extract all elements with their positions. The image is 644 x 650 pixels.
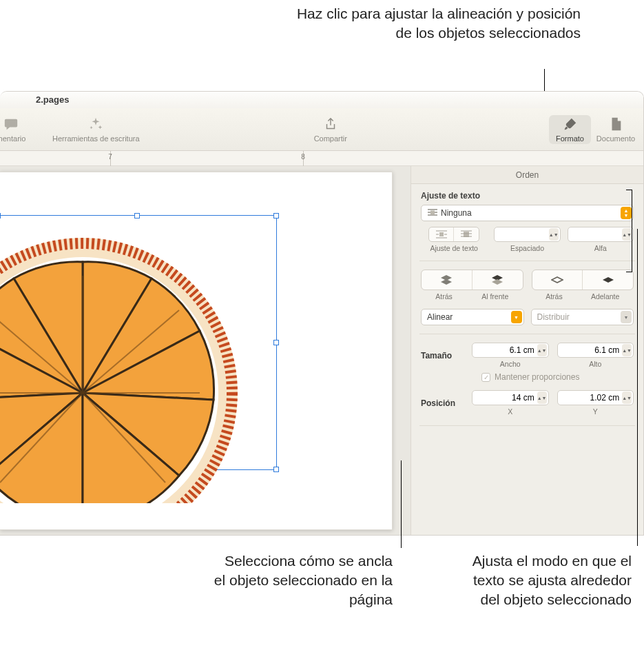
stepper-arrows-icon[interactable]: ▲▼ — [622, 228, 632, 241]
svg-rect-15 — [439, 232, 444, 236]
ruler-tick-8: 8 — [301, 153, 305, 161]
annotation-left-leader — [401, 460, 402, 548]
text-fit-caption: Ajuste de texto — [430, 244, 477, 252]
stepper-arrows-icon[interactable]: ▲▼ — [622, 392, 632, 404]
annotation-right-leader — [637, 229, 638, 546]
send-backward-button[interactable] — [532, 270, 583, 290]
spacing-input[interactable] — [499, 230, 548, 239]
width-input[interactable] — [477, 345, 537, 355]
height-input[interactable] — [562, 345, 623, 355]
toolbar-document-label: Documento — [596, 134, 635, 143]
width-caption: Ancho — [500, 360, 521, 368]
divider — [419, 261, 635, 261]
forward-caption: Adelante — [591, 292, 619, 301]
spacing-caption: Espaciado — [510, 244, 544, 252]
text-wrap-value: Ninguna — [439, 208, 621, 218]
height-stepper[interactable]: ▲▼ — [557, 343, 634, 358]
checkbox-icon: ✓ — [481, 373, 490, 382]
text-fit-segmented[interactable] — [428, 227, 479, 242]
chevron-down-icon: ▼ — [511, 311, 522, 323]
ruler-tick-7: 7 — [108, 153, 112, 161]
resize-handle-n[interactable] — [134, 213, 140, 219]
layer-forward-icon — [602, 274, 614, 285]
resize-handle-e[interactable] — [273, 340, 279, 345]
send-to-back-button[interactable] — [422, 270, 472, 290]
sparkle-icon — [88, 116, 103, 132]
toolbar-format-label: Formato — [556, 134, 584, 143]
x-caption: X — [508, 407, 512, 416]
stepper-arrows-icon: ▲▼ — [621, 207, 632, 219]
ruler[interactable]: 7 8 — [0, 151, 643, 166]
align-select[interactable]: Alinear ▼ — [421, 309, 524, 325]
y-stepper[interactable]: ▲▼ — [557, 390, 634, 405]
inspector-tabs: Orden — [411, 166, 643, 184]
annotation-bottom-right: Ajusta el modo en que el texto se ajusta… — [453, 551, 632, 609]
x-input[interactable] — [477, 393, 537, 403]
stepper-arrows-icon[interactable]: ▲▼ — [537, 392, 547, 404]
toolbar-share-label: Compartir — [314, 134, 347, 143]
height-caption: Alto — [589, 360, 601, 368]
inspector-panel: Orden Ajuste de texto Ninguna ▲▼ Ajuste … — [411, 166, 643, 535]
annotation-top-leader — [544, 69, 545, 91]
x-stepper[interactable]: ▲▼ — [472, 390, 549, 405]
orange-slice-image[interactable] — [0, 227, 248, 503]
bring-forward-button[interactable] — [583, 270, 633, 290]
resize-handle-se[interactable] — [273, 467, 279, 472]
backward-caption: Atrás — [546, 292, 563, 301]
section-label-text-wrap: Ajuste de texto — [421, 191, 634, 201]
position-label: Posición — [421, 398, 465, 408]
text-wrap-select[interactable]: Ninguna ▲▼ — [421, 205, 634, 221]
align-value: Alinear — [426, 312, 511, 322]
paintbrush-icon — [563, 116, 578, 132]
annotation-right-bracket — [632, 190, 632, 272]
y-input[interactable] — [562, 393, 623, 403]
alpha-input[interactable] — [572, 230, 622, 239]
constrain-proportions-checkbox[interactable]: ✓ Mantener proporciones — [481, 372, 634, 382]
stepper-arrows-icon[interactable]: ▲▼ — [622, 344, 632, 356]
back-caption: Atrás — [435, 292, 453, 301]
layer-backward-icon — [551, 274, 563, 285]
bring-to-front-button[interactable] — [472, 270, 523, 290]
resize-handle-nw[interactable] — [0, 213, 1, 219]
resize-handle-ne[interactable] — [273, 213, 279, 219]
spacing-stepper[interactable]: ▲▼ — [494, 227, 560, 242]
annotation-bottom-left: Selecciona cómo se ancla el objeto selec… — [214, 551, 393, 609]
text-fit-around-icon[interactable] — [429, 227, 454, 241]
alpha-caption: Alfa — [594, 244, 607, 252]
divider — [419, 425, 635, 426]
distribute-value: Distribuir — [536, 312, 621, 322]
front-caption: Al frente — [481, 292, 508, 301]
distribute-select[interactable]: Distribuir ▼ — [531, 309, 634, 325]
text-fit-over-icon[interactable] — [454, 227, 479, 241]
stepper-arrows-icon[interactable]: ▲▼ — [549, 228, 559, 241]
chevron-down-icon: ▼ — [621, 311, 632, 323]
comment-icon — [3, 116, 19, 132]
document-title: 2.pages — [36, 94, 69, 105]
app-window: 2.pages mentario Herramientas de escritu… — [0, 91, 644, 536]
stepper-arrows-icon[interactable]: ▲▼ — [537, 344, 547, 356]
document-canvas[interactable] — [0, 166, 411, 535]
y-caption: Y — [593, 407, 598, 416]
tab-orden[interactable]: Orden — [505, 167, 550, 183]
size-label: Tamaño — [421, 351, 465, 360]
layers-front-icon — [491, 274, 503, 285]
toolbar-share-button[interactable]: Compartir — [310, 116, 351, 143]
svg-rect-14 — [430, 211, 435, 215]
toolbar-format-button[interactable]: Formato — [549, 115, 591, 144]
toolbar-comment-button[interactable]: mentario — [0, 116, 32, 143]
toolbar-writing-tools-label: Herramientas de escritura — [52, 134, 140, 143]
text-wrap-none-icon — [426, 208, 439, 218]
toolbar-document-button[interactable]: Documento — [595, 116, 636, 143]
toolbar: mentario Herramientas de escritura Compa… — [0, 108, 643, 151]
annotation-top: Haz clic para ajustar la alineación y po… — [284, 4, 581, 43]
alpha-stepper[interactable]: ▲▼ — [568, 227, 634, 242]
layers-back-icon — [440, 274, 453, 285]
constrain-label: Mantener proporciones — [495, 372, 579, 382]
toolbar-comment-label: mentario — [0, 134, 25, 143]
divider — [419, 334, 635, 334]
width-stepper[interactable]: ▲▼ — [472, 343, 549, 358]
share-icon — [323, 116, 338, 132]
document-icon — [608, 116, 623, 132]
page[interactable] — [0, 172, 393, 530]
toolbar-writing-tools-button[interactable]: Herramientas de escritura — [52, 116, 140, 143]
